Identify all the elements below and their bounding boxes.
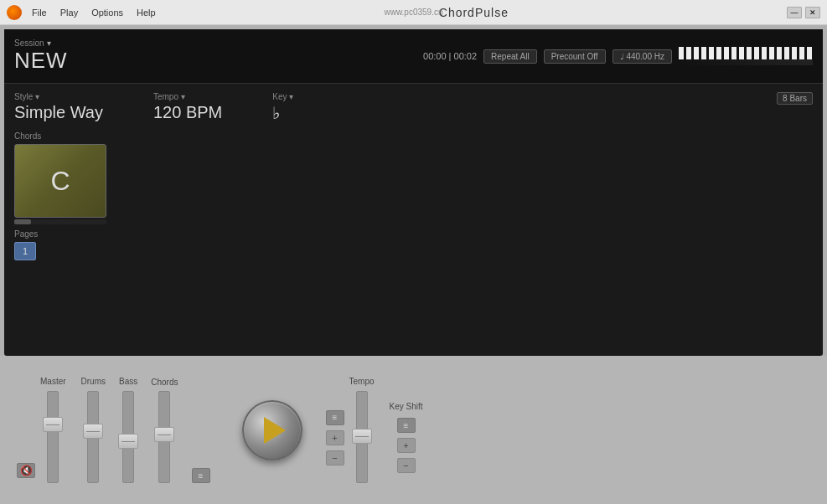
key-shift-plus-button[interactable]: + (397, 438, 416, 453)
key-shift-minus-button[interactable]: − (397, 458, 416, 473)
time-elapsed: 00:00 (423, 51, 447, 61)
tempo-dropdown-icon[interactable]: ▾ (181, 92, 185, 101)
style-label-text: Style (14, 92, 33, 101)
chord-scrollbar[interactable] (14, 219, 106, 224)
window-controls: — ✕ (787, 7, 820, 18)
chord-grid: C (14, 144, 813, 219)
pages-section: Pages 1 (4, 226, 823, 267)
app-title: ChordPulse (439, 6, 509, 19)
minimize-button[interactable]: — (787, 7, 802, 18)
tempo-controls: ≡ + − Tempo (326, 377, 375, 483)
titlebar-left: File Play Options Help www.pc0359.cn (7, 5, 161, 20)
tempo-label-text: Tempo (153, 92, 178, 101)
tempo-value: 120 BPM (153, 103, 222, 122)
drums-label: Drums (81, 377, 106, 386)
page-1-button[interactable]: 1 (14, 242, 36, 260)
chords-fader-group: Chords (151, 378, 178, 483)
key-value: ♭ (272, 103, 293, 123)
key-dropdown-icon[interactable]: ▾ (289, 92, 293, 101)
style-dropdown-icon[interactable]: ▾ (35, 92, 39, 101)
piano-keys (679, 47, 813, 65)
key-label-text: Key (272, 92, 287, 101)
mixer-section-middle: Drums Bass Chords (81, 377, 210, 483)
chords-section: Chords C (4, 128, 823, 226)
session-label-text: Session (14, 39, 44, 48)
pages-label: Pages (14, 229, 813, 239)
chords-fader-thumb[interactable] (154, 427, 174, 442)
master-fader-group: Master (40, 377, 66, 483)
chord-letter: C (50, 166, 70, 197)
session-left: Session ▾ NEW (14, 39, 68, 74)
style-value: Simple Way (14, 103, 103, 122)
session-name: NEW (14, 48, 68, 74)
bass-fader-thumb[interactable] (118, 434, 138, 449)
titlebar: File Play Options Help www.pc0359.cn Cho… (0, 0, 827, 25)
tempo-fader-group: Tempo (349, 377, 375, 483)
play-button[interactable] (242, 400, 302, 460)
tempo-plus-button[interactable]: + (326, 430, 344, 445)
menu-bar: File Play Options Help (27, 6, 161, 19)
key-group: Key ▾ ♭ (272, 92, 293, 123)
play-icon (264, 417, 286, 444)
session-bar: Session ▾ NEW 00:00 | 00:02 Repeat All P… (4, 29, 823, 84)
bass-fader-group: Bass (119, 377, 137, 483)
sequencer: Session ▾ NEW 00:00 | 00:02 Repeat All P… (4, 29, 823, 356)
menu-help[interactable]: Help (132, 6, 161, 19)
tempo-fader-label: Tempo (349, 377, 375, 386)
time-total: 00:02 (454, 51, 478, 61)
close-button[interactable]: ✕ (805, 7, 820, 18)
key-shift-controls: Key Shift ≡ + − (390, 387, 423, 473)
tuning-button[interactable]: ♩ 440.00 Hz (612, 49, 672, 64)
main-content: Session ▾ NEW 00:00 | 00:02 Repeat All P… (0, 25, 827, 504)
watermark: www.pc0359.cn (384, 8, 442, 17)
chords-fader-track[interactable] (158, 391, 170, 483)
bass-label: Bass (119, 377, 137, 386)
repeat-button[interactable]: Repeat All (483, 49, 537, 64)
mixer-inner: 🔇 Master Drums Bass (17, 377, 810, 483)
tempo-label: Tempo ▾ (153, 92, 222, 101)
menu-file[interactable]: File (27, 6, 52, 19)
bars-badge[interactable]: 8 Bars (777, 92, 813, 105)
master-fader-thumb[interactable] (43, 417, 63, 432)
chords-section-label: Chords (14, 131, 813, 141)
controls-area: Style ▾ Simple Way Tempo ▾ 120 BPM Key ▾… (4, 84, 823, 128)
mixer-section-left: 🔇 Master (17, 377, 66, 483)
style-group: Style ▾ Simple Way (14, 92, 103, 122)
mixer: 🔇 Master Drums Bass (0, 356, 827, 504)
session-dropdown-icon[interactable]: ▾ (47, 39, 51, 48)
key-label: Key ▾ (272, 92, 293, 101)
app-icon (7, 5, 22, 20)
chord-scrollbar-thumb (14, 219, 31, 224)
tempo-reset-button[interactable]: ≡ (326, 410, 344, 425)
bass-fader-track[interactable] (122, 391, 134, 483)
master-label: Master (40, 377, 66, 386)
drums-fader-thumb[interactable] (83, 424, 103, 439)
menu-options[interactable]: Options (86, 6, 128, 19)
key-shift-reset-button[interactable]: ≡ (397, 418, 416, 433)
precount-button[interactable]: Precount Off (544, 49, 606, 64)
tempo-group: Tempo ▾ 120 BPM (153, 92, 222, 122)
key-shift-label: Key Shift (390, 402, 423, 411)
mute-button[interactable]: 🔇 (17, 463, 35, 478)
style-label: Style ▾ (14, 92, 103, 101)
time-display: 00:00 | 00:02 (423, 51, 477, 61)
chord-cell[interactable]: C (14, 144, 106, 218)
session-label: Session ▾ (14, 39, 68, 48)
menu-play[interactable]: Play (55, 6, 83, 19)
tempo-minus-button[interactable]: − (326, 450, 344, 465)
tempo-fader-thumb[interactable] (352, 429, 372, 444)
drums-fader-group: Drums (81, 377, 106, 483)
key-shift-btns: Key Shift ≡ + − (390, 402, 423, 473)
session-right: 00:00 | 00:02 Repeat All Precount Off ♩ … (423, 47, 813, 65)
tempo-fader-track[interactable] (356, 391, 368, 483)
drums-fader-track[interactable] (87, 391, 99, 483)
tempo-btns: ≡ + − (326, 410, 344, 465)
chords-mixer-label: Chords (151, 378, 178, 387)
master-fader-track[interactable] (47, 391, 59, 483)
chords-icon-button[interactable]: ≡ (192, 468, 210, 483)
